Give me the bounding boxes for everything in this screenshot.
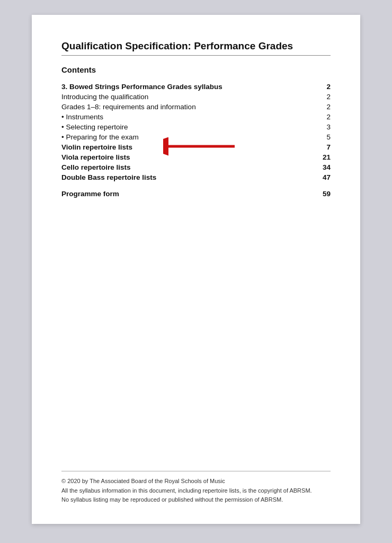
toc-row: Introducing the qualification2	[61, 92, 331, 102]
programme-form-page: 59	[290, 189, 331, 199]
toc-row: Double Bass repertoire lists47	[61, 172, 331, 182]
toc-row: Selecting repertoire3	[61, 122, 331, 132]
toc-item-label: Instruments	[61, 112, 290, 122]
toc-item-label: Selecting repertoire	[61, 122, 290, 132]
toc-row: Cello repertoire lists34	[61, 162, 331, 172]
toc-item-page: 7	[290, 142, 331, 152]
toc-item-label: 3. Bowed Strings Performance Grades syll…	[61, 82, 290, 92]
programme-form-label: Programme form	[61, 189, 290, 199]
toc-item-label: Cello repertoire lists	[61, 162, 290, 172]
toc-item-label: Viola repertoire lists	[61, 152, 290, 162]
footer-copyright: © 2020 by The Associated Board of the Ro…	[61, 477, 331, 505]
footer-line1: © 2020 by The Associated Board of the Ro…	[61, 478, 225, 484]
toc-item-label: Violin repertoire lists	[61, 142, 290, 152]
toc-item-label: Preparing for the exam	[61, 132, 290, 142]
toc-row: 3. Bowed Strings Performance Grades syll…	[61, 82, 331, 92]
footer: © 2020 by The Associated Board of the Ro…	[61, 471, 331, 505]
toc-row: Viola repertoire lists21	[61, 152, 331, 162]
toc-row: Instruments2	[61, 112, 331, 122]
page-title: Qualification Specification: Performance…	[61, 40, 331, 52]
footer-line3: No syllabus listing may be reproduced or…	[61, 496, 283, 503]
toc-item-page: 5	[290, 132, 331, 142]
toc-table: 3. Bowed Strings Performance Grades syll…	[61, 82, 331, 199]
toc-item-page: 2	[290, 82, 331, 92]
contents-heading: Contents	[61, 65, 331, 74]
toc-item-page: 21	[290, 152, 331, 162]
toc-item-page: 3	[290, 122, 331, 132]
toc-item-page: 2	[290, 92, 331, 102]
toc-programme-form-row: Programme form59	[61, 189, 331, 199]
toc-item-label: Grades 1–8: requirements and information	[61, 102, 290, 112]
toc-item-label: Introducing the qualification	[61, 92, 290, 102]
toc-item-page: 34	[290, 162, 331, 172]
footer-line2: All the syllabus information in this doc…	[61, 487, 312, 494]
title-divider	[61, 55, 331, 56]
toc-row: Violin repertoire lists7	[61, 142, 331, 152]
toc-item-label: Double Bass repertoire lists	[61, 172, 290, 182]
toc-row: Preparing for the exam5	[61, 132, 331, 142]
toc-item-page: 47	[290, 172, 331, 182]
toc-item-page: 2	[290, 112, 331, 122]
document-page: Qualification Specification: Performance…	[32, 15, 360, 524]
toc-row: Grades 1–8: requirements and information…	[61, 102, 331, 112]
footer-divider	[61, 471, 331, 471]
toc-item-page: 2	[290, 102, 331, 112]
